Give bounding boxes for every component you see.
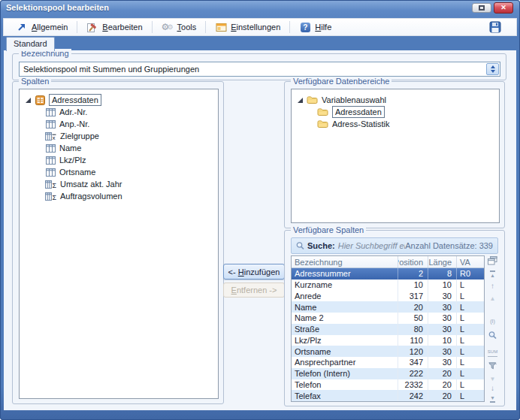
- table-row[interactable]: Telefon233220L: [292, 379, 484, 391]
- tree-item-label: Adressdaten: [332, 106, 385, 118]
- column-header[interactable]: Position: [398, 256, 428, 267]
- tree-item[interactable]: Ortsname: [23, 166, 215, 178]
- columns-table: BezeichnungPositionLängeVA Adressnummer2…: [291, 255, 485, 402]
- tree-item[interactable]: ΣUmsatz akt. Jahr: [23, 178, 215, 190]
- cell-position: 20: [398, 301, 428, 313]
- add-button[interactable]: <- Hinzufügen: [223, 264, 285, 279]
- move-down-icon[interactable]: ↓: [486, 384, 499, 393]
- cell-va: L: [457, 335, 484, 346]
- cell-laenge: 20: [428, 379, 457, 391]
- brackets-icon[interactable]: (I): [486, 316, 499, 326]
- sum-icon[interactable]: SUM: [486, 346, 499, 357]
- toolbar-button-label: Bearbeiten: [102, 23, 142, 32]
- cell-va: L: [457, 368, 484, 379]
- cell-position: 110: [398, 335, 428, 346]
- expander-icon[interactable]: [298, 98, 303, 103]
- page-down-icon[interactable]: ▼: [486, 374, 499, 384]
- close-button[interactable]: ✕: [494, 2, 513, 14]
- bezeichnung-combobox[interactable]: Selektionspool mit Summen und Gruppierun…: [19, 62, 500, 77]
- svg-text:Σ: Σ: [53, 194, 57, 201]
- table-row[interactable]: Name2030L: [292, 301, 484, 313]
- cell-laenge: 10: [428, 279, 457, 291]
- cell-laenge: 30: [428, 291, 457, 302]
- expander-icon[interactable]: [26, 98, 31, 103]
- folder-icon: [307, 95, 318, 104]
- table-row[interactable]: Adressnummer28R0: [292, 268, 484, 279]
- tree-item[interactable]: Adressdaten: [295, 106, 496, 118]
- cell-va: R0: [457, 268, 484, 279]
- column-header[interactable]: Bezeichnung: [292, 256, 398, 267]
- toolbar-button-hilfe[interactable]: ?Hilfe: [292, 20, 339, 35]
- tree-item[interactable]: Lkz/Plz: [23, 154, 215, 166]
- table-row[interactable]: Straße8030L: [292, 324, 484, 335]
- minimize-button[interactable]: [472, 3, 491, 13]
- toolbar-button-tools[interactable]: ⚙⚙Tools: [154, 20, 204, 35]
- page-up-icon[interactable]: ▲: [486, 294, 499, 304]
- cell-va: L: [457, 324, 484, 335]
- move-up-icon[interactable]: ↑: [486, 282, 499, 291]
- help-icon: ?: [299, 22, 311, 33]
- tree-item-label: Zielgruppe: [60, 131, 99, 141]
- close-icon: ✕: [500, 4, 506, 11]
- table-row[interactable]: Kurzname1010L: [292, 279, 484, 291]
- cell-laenge: 30: [428, 357, 457, 368]
- tab-standard[interactable]: Standard: [6, 37, 55, 51]
- table-row[interactable]: Ortsname12030L: [292, 346, 484, 357]
- toolbar-button-einstellungen[interactable]: Einstellungen: [207, 20, 288, 35]
- toolbar-button-allgemein[interactable]: Allgemein: [8, 20, 75, 35]
- table-row[interactable]: Telefax24220L: [292, 390, 484, 401]
- datenbereiche-listbox: VariablenauswahlAdressdatenAdress-Statis…: [291, 89, 500, 223]
- toolbar-button-bearbeiten[interactable]: Bearbeiten: [79, 20, 150, 35]
- save-button[interactable]: [488, 21, 502, 35]
- search-input[interactable]: Hier Suchbegriff eingebe: [338, 241, 406, 250]
- tree-item[interactable]: ΣAuftragsvolumen: [23, 190, 215, 202]
- combobox-spin-button[interactable]: [486, 63, 499, 75]
- group-verfuegbare-spalten: Verfügbare Spalten Suche: Hier Suchbegri…: [284, 230, 505, 406]
- tree-item[interactable]: Anp.-Nr.: [23, 118, 215, 130]
- scroll-bottom-icon[interactable]: ▼: [486, 393, 499, 403]
- toolbar-separator: [289, 21, 290, 33]
- dialog-window: Selektionspool bearbeiten ✕ AllgemeinBea…: [0, 0, 520, 420]
- column-header[interactable]: VA: [457, 256, 484, 267]
- table-row[interactable]: Telefon (Intern)22220L: [292, 368, 484, 379]
- titlebar: Selektionspool bearbeiten: [6, 3, 109, 12]
- datenbereiche-tree: VariablenauswahlAdressdatenAdress-Statis…: [292, 89, 499, 134]
- column-chooser-icon[interactable]: [486, 256, 499, 267]
- tree-item-root[interactable]: Variablenauswahl: [295, 94, 496, 106]
- cell-bezeichnung: Name: [292, 301, 398, 313]
- cell-va: L: [457, 279, 484, 291]
- cell-laenge: 10: [428, 335, 457, 346]
- cell-position: 222: [398, 368, 428, 379]
- cell-bezeichnung: Straße: [292, 324, 398, 335]
- tree-item[interactable]: Name: [23, 142, 215, 154]
- scroll-top-icon[interactable]: ▲: [486, 270, 499, 279]
- search-icon[interactable]: [486, 331, 499, 343]
- tree-item-root[interactable]: Adressdaten: [23, 94, 215, 106]
- svg-text:Σ: Σ: [53, 182, 57, 189]
- tree-item-label: Auftragsvolumen: [60, 191, 122, 201]
- spalten-tree: AdressdatenAdr.-Nr.Anp.-Nr.xZielgruppeNa…: [20, 89, 218, 207]
- tree-item-label: Variablenauswahl: [322, 95, 386, 105]
- filter-icon[interactable]: [486, 362, 499, 372]
- column-header[interactable]: Länge: [428, 256, 457, 267]
- tree-item[interactable]: xZielgruppe: [23, 130, 215, 142]
- tree-item[interactable]: Adr.-Nr.: [23, 106, 215, 118]
- cell-bezeichnung: Telefon (Intern): [292, 368, 398, 379]
- window-title: Selektionspool bearbeiten: [6, 3, 109, 12]
- table-row[interactable]: Anrede31730L: [292, 291, 484, 302]
- tree-item[interactable]: Adress-Statistik: [295, 118, 496, 130]
- cell-va: L: [457, 379, 484, 391]
- spin-up-icon: [491, 65, 495, 68]
- cell-va: L: [457, 301, 484, 313]
- search-icon: [295, 241, 305, 251]
- table-row[interactable]: Lkz/Plz11010L: [292, 335, 484, 346]
- remove-button[interactable]: Entfernen ->: [223, 283, 285, 298]
- table-row[interactable]: Name 25030L: [292, 313, 484, 324]
- cell-laenge: 30: [428, 324, 457, 335]
- record-count: Anzahl Datensätze: 339: [405, 241, 494, 250]
- cell-position: 120: [398, 346, 428, 357]
- toolbar-button-label: Allgemein: [32, 23, 68, 32]
- table-row[interactable]: Ansprechpartner34730L: [292, 357, 484, 368]
- cell-bezeichnung: Lkz/Plz: [292, 335, 398, 346]
- cell-laenge: 30: [428, 301, 457, 313]
